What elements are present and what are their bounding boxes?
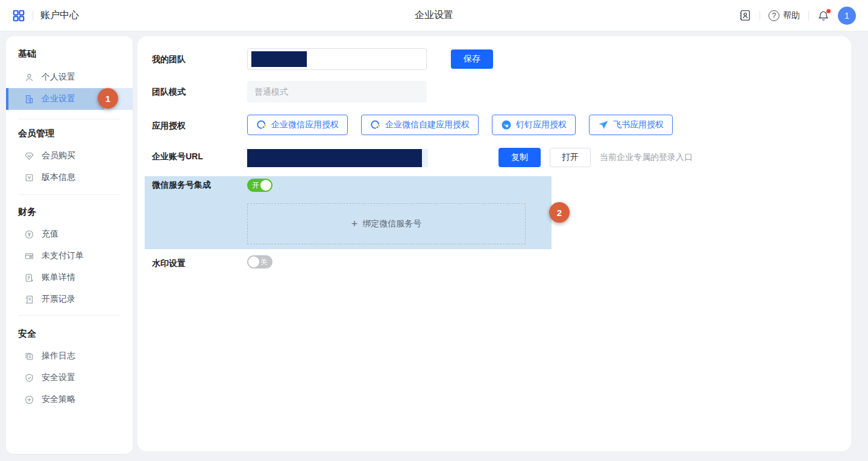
help-label: 帮助 xyxy=(783,10,800,21)
sidebar-section-membership: 会员管理 xyxy=(18,128,54,139)
save-button[interactable]: 保存 xyxy=(451,49,493,69)
app-auth-buttons: 企业微信应用授权 企业微信自建应用授权 钉钉应用授权 飞书应用授权 xyxy=(247,115,673,135)
toggle-on-label: 开 xyxy=(252,179,259,192)
sidebar-item-label: 版本信息 xyxy=(42,172,75,183)
auth-button-label: 企业微信应用授权 xyxy=(271,119,339,130)
account-url-hint: 当前企业专属的登录入口 xyxy=(600,152,693,163)
recharge-icon xyxy=(24,229,34,240)
invoice-icon xyxy=(24,294,34,305)
sidebar-item-unpaid-orders[interactable]: 未支付订单 xyxy=(6,245,133,267)
sidebar-item-personal-settings[interactable]: 个人设置 xyxy=(6,66,133,88)
team-name-input[interactable] xyxy=(247,48,427,70)
toggle-knob xyxy=(260,180,271,191)
bill-icon xyxy=(24,273,34,283)
sidebar-item-label: 开票记录 xyxy=(42,294,75,305)
redacted-team-name xyxy=(251,51,307,67)
sidebar-item-recharge[interactable]: 充值 xyxy=(6,223,133,245)
sidebar-item-label: 账单详情 xyxy=(42,272,75,283)
sidebar-section-basic: 基础 xyxy=(18,48,36,60)
watermark-toggle[interactable]: 关 xyxy=(247,255,272,269)
sidebar-item-label: 安全策略 xyxy=(42,394,75,405)
sidebar-item-bill-details[interactable]: 账单详情 xyxy=(6,267,133,288)
policy-plus-icon xyxy=(24,395,34,405)
header-divider xyxy=(760,11,760,21)
plus-icon xyxy=(351,218,358,230)
copy-button[interactable]: 复制 xyxy=(498,148,541,167)
app-auth-label: 应用授权 xyxy=(152,121,186,132)
operation-log-icon xyxy=(24,351,34,361)
sidebar-item-version-info[interactable]: 版本信息 xyxy=(6,167,133,188)
sidebar-item-label: 未支付订单 xyxy=(42,250,84,261)
annotation-highlight-1 xyxy=(6,88,104,110)
shield-check-icon xyxy=(24,373,34,383)
sidebar-item-security-policy[interactable]: 安全策略 xyxy=(6,389,133,410)
sidebar-section-finance: 财务 xyxy=(18,206,36,218)
wecom-selfbuilt-auth-button[interactable]: 企业微信自建应用授权 xyxy=(361,115,479,135)
dingtalk-auth-button[interactable]: 钉钉应用授权 xyxy=(492,115,576,135)
wecom-auth-button[interactable]: 企业微信应用授权 xyxy=(247,115,348,135)
enterprise-settings-panel: 我的团队 保存 团队模式 普通模式 应用授权 企业微信应用授权 企业微信自建应用… xyxy=(137,36,851,451)
sidebar-item-invoice-records[interactable]: 开票记录 xyxy=(6,288,133,310)
sidebar-divider xyxy=(18,194,121,195)
toggle-knob xyxy=(248,256,259,267)
feishu-paper-plane-icon xyxy=(598,119,609,130)
auth-button-label: 钉钉应用授权 xyxy=(516,119,567,130)
open-button[interactable]: 打开 xyxy=(550,148,591,167)
sidebar-item-label: 操作日志 xyxy=(42,351,75,361)
sidebar-divider xyxy=(18,315,121,316)
app-grid-icon[interactable] xyxy=(12,9,25,22)
help-icon xyxy=(769,10,779,21)
user-avatar[interactable]: 1 xyxy=(838,7,856,25)
auth-button-label: 飞书应用授权 xyxy=(613,119,664,130)
sidebar-section-security: 安全 xyxy=(18,328,36,340)
app-title: 账户中心 xyxy=(40,9,79,22)
sidebar-item-label: 个人设置 xyxy=(42,72,75,83)
sidebar: 基础 个人设置 企业设置 1 会员管理 会员购买 版本信息 财务 充值 xyxy=(6,36,133,454)
annotation-badge-2: 2 xyxy=(549,202,570,223)
sidebar-item-label: 充值 xyxy=(42,229,58,240)
account-url-field xyxy=(247,149,428,167)
auth-button-label: 企业微信自建应用授权 xyxy=(385,119,470,130)
redacted-account-url xyxy=(247,149,422,167)
notification-bell-icon[interactable] xyxy=(817,10,829,22)
diamond-icon xyxy=(24,151,34,161)
sidebar-item-label: 安全设置 xyxy=(42,372,75,383)
sidebar-item-member-purchase[interactable]: 会员购买 xyxy=(6,145,133,167)
version-icon xyxy=(24,173,34,183)
top-header: 账户中心 企业设置 帮助 1 xyxy=(0,0,868,31)
contact-book-icon[interactable] xyxy=(738,9,751,22)
notification-dot xyxy=(826,9,831,13)
feishu-auth-button[interactable]: 飞书应用授权 xyxy=(589,115,673,135)
wechat-integration-label: 微信服务号集成 xyxy=(152,180,211,191)
sidebar-item-security-settings[interactable]: 安全设置 xyxy=(6,367,133,389)
header-divider xyxy=(808,11,809,21)
dingtalk-icon xyxy=(501,119,512,130)
page-title: 企业设置 xyxy=(0,9,868,22)
bind-wechat-service-button[interactable]: 绑定微信服务号 xyxy=(247,203,526,244)
team-name-label: 我的团队 xyxy=(152,54,186,65)
annotation-badge-1: 1 xyxy=(98,88,118,109)
wechat-work-icon xyxy=(370,119,381,130)
wechat-integration-toggle[interactable]: 开 xyxy=(247,179,272,192)
sidebar-item-label: 会员购买 xyxy=(42,150,75,161)
help-button[interactable]: 帮助 xyxy=(769,10,800,21)
watermark-label: 水印设置 xyxy=(152,258,186,269)
bind-wechat-service-label: 绑定微信服务号 xyxy=(362,218,421,229)
account-url-label: 企业账号URL xyxy=(152,151,203,162)
user-icon xyxy=(24,72,34,83)
sidebar-divider xyxy=(18,119,121,119)
team-mode-label: 团队模式 xyxy=(152,87,186,98)
sidebar-item-operation-log[interactable]: 操作日志 xyxy=(6,345,133,367)
toggle-off-label: 关 xyxy=(260,255,268,269)
wechat-work-icon xyxy=(256,119,267,130)
header-divider xyxy=(33,11,33,21)
unpaid-order-icon xyxy=(24,251,34,261)
team-mode-field: 普通模式 xyxy=(247,81,427,103)
